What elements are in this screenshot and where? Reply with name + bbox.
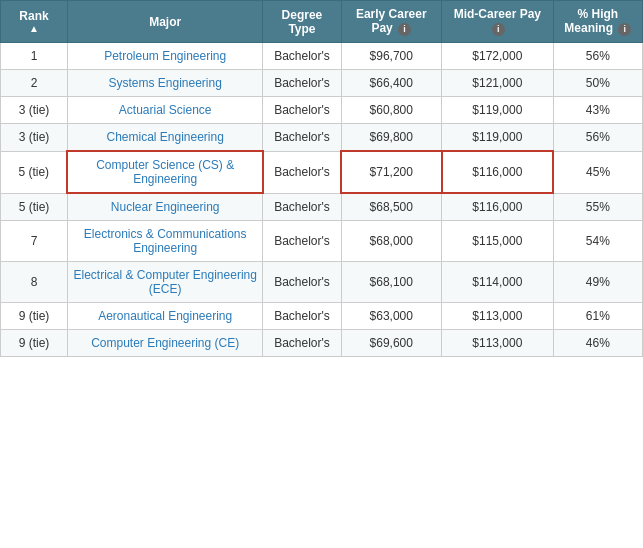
major-cell: Systems Engineering (67, 70, 262, 97)
major-cell: Electrical & Computer Engineering (ECE) (67, 262, 262, 303)
table-row: 7Electronics & Communications Engineerin… (1, 221, 643, 262)
early-pay-label: Early Career Pay (356, 7, 427, 35)
table-row: 8Electrical & Computer Engineering (ECE)… (1, 262, 643, 303)
major-cell: Aeronautical Engineering (67, 303, 262, 330)
mid-pay-cell: $113,000 (442, 330, 554, 357)
mid-pay-cell: $114,000 (442, 262, 554, 303)
salary-table: Rank ▲ Major Degree Type Early Career Pa… (0, 0, 643, 357)
rank-header[interactable]: Rank ▲ (1, 1, 68, 43)
mid-pay-cell: $116,000 (442, 151, 554, 193)
major-cell: Actuarial Science (67, 97, 262, 124)
meaning-cell: 43% (553, 97, 642, 124)
meaning-header[interactable]: % High Meaning i (553, 1, 642, 43)
early-pay-cell: $63,000 (341, 303, 441, 330)
rank-cell: 3 (tie) (1, 97, 68, 124)
degree-cell: Bachelor's (263, 303, 341, 330)
mid-pay-label: Mid-Career Pay (454, 7, 541, 21)
major-cell: Computer Science (CS) & Engineering (67, 151, 262, 193)
rank-cell: 3 (tie) (1, 124, 68, 152)
meaning-cell: 61% (553, 303, 642, 330)
sort-arrow: ▲ (5, 23, 63, 34)
meaning-cell: 49% (553, 262, 642, 303)
major-cell: Chemical Engineering (67, 124, 262, 152)
early-pay-cell: $60,800 (341, 97, 441, 124)
meaning-cell: 56% (553, 43, 642, 70)
table-row: 3 (tie)Chemical EngineeringBachelor's$69… (1, 124, 643, 152)
meaning-cell: 56% (553, 124, 642, 152)
early-pay-cell: $96,700 (341, 43, 441, 70)
major-cell: Petroleum Engineering (67, 43, 262, 70)
rank-cell: 9 (tie) (1, 303, 68, 330)
rank-cell: 2 (1, 70, 68, 97)
meaning-label: % High Meaning (564, 7, 618, 35)
mid-pay-cell: $121,000 (442, 70, 554, 97)
degree-cell: Bachelor's (263, 43, 341, 70)
early-pay-cell: $71,200 (341, 151, 441, 193)
major-cell: Electronics & Communications Engineering (67, 221, 262, 262)
degree-cell: Bachelor's (263, 151, 341, 193)
rank-cell: 5 (tie) (1, 151, 68, 193)
rank-cell: 1 (1, 43, 68, 70)
mid-pay-cell: $172,000 (442, 43, 554, 70)
mid-pay-cell: $115,000 (442, 221, 554, 262)
rank-cell: 5 (tie) (1, 193, 68, 221)
degree-cell: Bachelor's (263, 221, 341, 262)
mid-pay-info-icon[interactable]: i (492, 23, 505, 36)
meaning-info-icon[interactable]: i (618, 23, 631, 36)
rank-cell: 8 (1, 262, 68, 303)
meaning-cell: 45% (553, 151, 642, 193)
early-pay-cell: $66,400 (341, 70, 441, 97)
table-row: 5 (tie)Computer Science (CS) & Engineeri… (1, 151, 643, 193)
early-pay-header[interactable]: Early Career Pay i (341, 1, 441, 43)
major-label: Major (149, 15, 181, 29)
table-row: 9 (tie)Computer Engineering (CE)Bachelor… (1, 330, 643, 357)
major-header[interactable]: Major (67, 1, 262, 43)
mid-pay-cell: $119,000 (442, 124, 554, 152)
degree-cell: Bachelor's (263, 262, 341, 303)
degree-label: Degree Type (282, 8, 323, 36)
degree-cell: Bachelor's (263, 193, 341, 221)
early-pay-cell: $69,800 (341, 124, 441, 152)
meaning-cell: 55% (553, 193, 642, 221)
meaning-cell: 54% (553, 221, 642, 262)
table-row: 3 (tie)Actuarial ScienceBachelor's$60,80… (1, 97, 643, 124)
degree-header[interactable]: Degree Type (263, 1, 341, 43)
rank-cell: 7 (1, 221, 68, 262)
early-pay-info-icon[interactable]: i (398, 23, 411, 36)
table-row: 5 (tie)Nuclear EngineeringBachelor's$68,… (1, 193, 643, 221)
major-cell: Computer Engineering (CE) (67, 330, 262, 357)
early-pay-cell: $69,600 (341, 330, 441, 357)
mid-pay-cell: $119,000 (442, 97, 554, 124)
meaning-cell: 50% (553, 70, 642, 97)
early-pay-cell: $68,100 (341, 262, 441, 303)
degree-cell: Bachelor's (263, 124, 341, 152)
mid-pay-header[interactable]: Mid-Career Pay i (442, 1, 554, 43)
rank-cell: 9 (tie) (1, 330, 68, 357)
rank-label: Rank (19, 9, 48, 23)
meaning-cell: 46% (553, 330, 642, 357)
degree-cell: Bachelor's (263, 97, 341, 124)
early-pay-cell: $68,000 (341, 221, 441, 262)
mid-pay-cell: $113,000 (442, 303, 554, 330)
major-cell: Nuclear Engineering (67, 193, 262, 221)
early-pay-cell: $68,500 (341, 193, 441, 221)
mid-pay-cell: $116,000 (442, 193, 554, 221)
table-row: 2Systems EngineeringBachelor's$66,400$12… (1, 70, 643, 97)
table-row: 9 (tie)Aeronautical EngineeringBachelor'… (1, 303, 643, 330)
degree-cell: Bachelor's (263, 70, 341, 97)
table-row: 1Petroleum EngineeringBachelor's$96,700$… (1, 43, 643, 70)
degree-cell: Bachelor's (263, 330, 341, 357)
